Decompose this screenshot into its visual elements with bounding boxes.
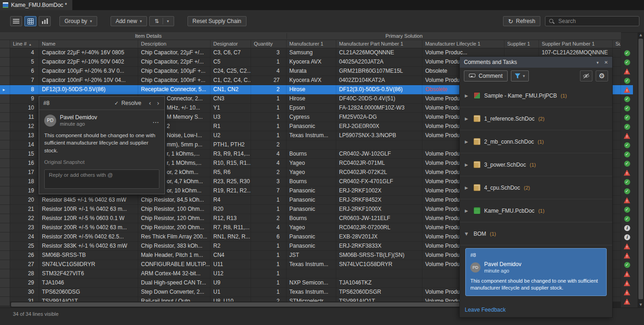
grid-view-button[interactable]	[24, 16, 36, 26]
cell-description: Chip Capacitor, 22pF +/...	[138, 58, 211, 67]
comment-author: Pavel Demidov	[60, 114, 97, 121]
settings-button[interactable]	[596, 70, 608, 81]
schdoc-icon	[474, 161, 480, 168]
row-status: !	[621, 196, 633, 205]
tree-item-1-reference-schdoc[interactable]: ▶1_reference.SchDoc(2)	[460, 107, 612, 130]
column-header-designator[interactable]: Designator	[211, 40, 251, 48]
resolve-button[interactable]: Resolve	[114, 100, 141, 106]
vertical-scrollbar-thumb[interactable]	[638, 39, 643, 299]
hide-resolved-button[interactable]	[580, 70, 592, 81]
comment-card-id: #8	[470, 252, 602, 258]
cell-gutter	[0, 131, 10, 140]
cell-designator: R10, R15, R1...	[211, 159, 251, 168]
new-comment-button[interactable]: Comment	[464, 70, 508, 81]
chevron-collapsed-icon[interactable]: ▶	[465, 93, 470, 98]
sort-icon	[154, 18, 159, 24]
row-status: ✓	[621, 205, 633, 214]
row-status: i	[621, 232, 633, 242]
column-header-manufacturer-1[interactable]: Manufacturer 1	[287, 40, 336, 48]
tree-item-label: 1_reference.SchDoc	[484, 116, 534, 122]
cell-manufacturer-part-number: ERJ-2RKF1002X	[336, 186, 422, 196]
cell-quantity: 1	[251, 205, 287, 214]
tree-item-bom[interactable]: ▼BOM(1)	[460, 222, 612, 245]
chevron-collapsed-icon[interactable]: ▶	[465, 139, 470, 144]
chevron-collapsed-icon[interactable]: ▶	[465, 209, 470, 213]
search-box[interactable]	[545, 16, 639, 26]
column-header-manufacturer-part-number-1[interactable]: Manufacturer Part Number 1	[336, 40, 422, 48]
cell-manufacturer: Cypress	[287, 113, 336, 122]
column-header-description[interactable]: Description	[138, 40, 211, 48]
more-options-icon[interactable]	[152, 117, 159, 124]
chart-view-button[interactable]	[39, 16, 51, 26]
cell-gutter	[0, 168, 10, 177]
cell-supplier-2	[613, 48, 621, 58]
cell-designator: PTH1, PTH2	[211, 140, 251, 150]
filter-button[interactable]: ▾	[511, 70, 529, 81]
sort-button[interactable]: ▾	[149, 16, 174, 26]
next-comment-icon[interactable]	[157, 100, 159, 106]
document-tab[interactable]: Kame_FMU.BomDoc *	[0, 0, 72, 10]
column-header-line-[interactable]: Line #▲	[10, 40, 39, 48]
column-header-supplier-1[interactable]: Supplier 1	[504, 40, 539, 48]
column-header-manufacturer-lifecycle-1[interactable]: Manufacturer Lifecycle 1	[422, 40, 504, 48]
leave-feedback-link[interactable]: Leave Feedback	[460, 302, 612, 317]
reply-input[interactable]	[48, 172, 158, 178]
cell-manufacturer: Kyocera AVX	[287, 58, 336, 67]
tree-item-4-cpu-schdoc[interactable]: ▶4_cpu.SchDoc(2)	[460, 176, 612, 199]
chevron-collapsed-icon[interactable]: ▶	[465, 186, 470, 190]
status-ok-icon: ✓	[624, 151, 630, 157]
cell-supplier-2	[613, 223, 621, 232]
column-header-name[interactable]: Name	[39, 40, 138, 48]
tree-item-3-power-schdoc[interactable]: ▶3_power.SchDoc(1)	[460, 153, 612, 176]
panel-menu-icon[interactable]	[597, 59, 599, 65]
cell-manufacturer-part-number: CL21A226MOQNNNE	[336, 48, 422, 58]
row-status: !	[621, 251, 633, 260]
comment-popup-header: #8 Resolve	[39, 97, 164, 110]
column-header-gutter	[0, 40, 10, 48]
cell-name: Capacitor 100µF +/-20% 6.3V 0...	[39, 67, 138, 76]
row-status: ✓	[621, 186, 633, 196]
scroll-up-icon[interactable]: ▲	[638, 32, 644, 38]
eye-slash-icon	[583, 73, 590, 79]
cell-designator: R12, R13	[211, 214, 251, 223]
tree-item-sample-kame-fmu-prjpcb[interactable]: ▶Sample - Kame_FMU.PrjPCB(1)	[460, 84, 612, 107]
cell-gutter	[0, 140, 10, 150]
previous-comment-icon[interactable]	[149, 100, 152, 106]
cell-manufacturer-part-number: SM06B-SRSS-TB(LF)(SN)	[336, 251, 422, 260]
add-new-button[interactable]: Add new ▾	[111, 16, 147, 26]
cell-gutter	[0, 269, 10, 279]
cell-gutter	[0, 94, 10, 104]
tree-item-kame-fmu-pcbdoc[interactable]: ▶Kame_FMU.PcbDoc(1)	[460, 199, 612, 222]
vertical-scrollbar[interactable]: ▲ ▼	[638, 32, 644, 308]
group-by-button[interactable]: Group by ▾	[59, 16, 97, 26]
refresh-button[interactable]: Refresh	[503, 16, 540, 26]
cell-line-number: 30	[10, 288, 39, 297]
search-input[interactable]	[557, 17, 636, 25]
cell-supplier-2	[613, 251, 621, 260]
cell-manufacturer: Panasonic	[287, 242, 336, 251]
column-header-quantity[interactable]: Quantity	[251, 40, 287, 48]
cell-designator: R19, R21, R2...	[211, 186, 251, 196]
reset-supply-chain-button[interactable]: Reset Supply Chain	[187, 16, 246, 26]
panel-close-icon[interactable]	[604, 59, 608, 65]
comment-time: minute ago	[60, 121, 97, 128]
cell-manufacturer-part-number: RC0402JR-07200RL	[336, 223, 422, 232]
project-icon	[474, 92, 480, 99]
comment-card[interactable]: #8 PD Pavel Demidov minute ago This comp…	[465, 248, 607, 296]
tree-item-2-mb-conn-schdoc[interactable]: ▶2_mb_conn.SchDoc(1)	[460, 130, 612, 153]
chevron-collapsed-icon[interactable]: ▶	[465, 116, 470, 121]
cell-designator: U1	[211, 288, 251, 297]
horizontal-scrollbar-thumb[interactable]	[11, 302, 490, 307]
column-header-supplier-part-number-1[interactable]: Supplier Part Number 1	[539, 40, 613, 48]
scroll-down-icon[interactable]: ▼	[638, 302, 644, 308]
original-snapshot-link[interactable]: Original Snapshot	[44, 159, 159, 165]
chevron-collapsed-icon[interactable]: ▶	[465, 162, 470, 167]
cell-manufacturer-part-number: DF12(3.0)-50DS-0.5V(86)	[336, 85, 422, 94]
cell-line-number: 13	[10, 131, 39, 140]
reply-box[interactable]	[44, 169, 159, 189]
list-view-button[interactable]	[10, 16, 22, 26]
cell-supplier-2	[613, 242, 621, 251]
chevron-expanded-icon[interactable]: ▼	[465, 232, 470, 236]
group-header-primary-solution: Primary Solution	[287, 33, 521, 39]
column-header-su[interactable]: Su	[613, 40, 621, 48]
